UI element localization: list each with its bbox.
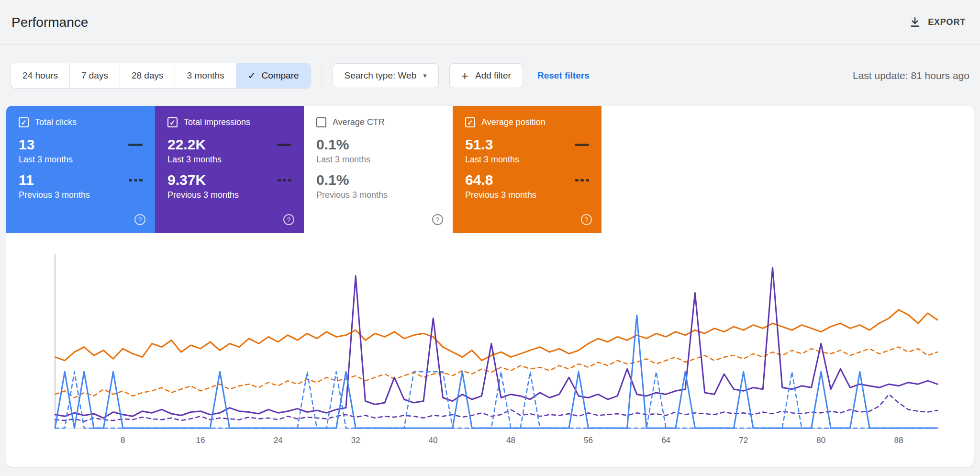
x-axis-tick-label: 48 [506,436,515,445]
metric-secondary-value: 9.37K [167,172,206,188]
date-range-3-months[interactable]: 3 months [175,63,235,88]
x-axis-tick-label: 16 [196,436,205,445]
dashed-line-icon [129,179,143,181]
x-axis-tick-label: 80 [816,436,825,445]
series-total-impressions-previous-3-months [55,394,937,421]
metric-card-average-position[interactable]: ✓ Average position 51.3 Last 3 months 64… [453,106,601,233]
compare-button[interactable]: ✓ Compare [236,63,311,88]
solid-line-icon [575,144,589,146]
reset-filters-link[interactable]: Reset filters [537,70,590,81]
search-type-dropdown[interactable]: Search type: Web ▾ [333,63,439,88]
checkbox-checked-icon[interactable]: ✓ [167,117,178,127]
metric-primary-caption: Last 3 months [19,155,143,165]
x-axis-tick-label: 40 [429,436,438,445]
help-icon[interactable]: ? [432,214,443,225]
metric-card-total-impressions[interactable]: ✓ Total impressions 22.2K Last 3 months … [155,106,304,233]
help-icon[interactable]: ? [134,214,145,225]
check-icon: ✓ [248,70,256,81]
checkmark-icon: ✓ [21,118,27,127]
x-axis-tick-label: 56 [584,436,593,445]
dashed-line-icon [575,179,589,181]
metric-secondary-caption: Previous 3 months [167,190,291,200]
compare-label: Compare [261,70,299,81]
page-title: Performance [11,15,88,30]
toolbar-divider [322,66,322,85]
series-total-clicks-previous-3-months [55,372,937,428]
date-range-7-days[interactable]: 7 days [69,63,120,88]
download-icon [909,16,921,29]
metric-secondary-value: 64.8 [465,172,493,188]
add-filter-button[interactable]: + Add filter [449,63,523,88]
series-total-impressions-last-3-months [55,268,937,418]
x-axis-tick-label: 32 [351,436,360,445]
metric-primary-value: 51.3 [465,136,493,153]
filter-toolbar: 24 hours 7 days 28 days 3 months ✓ Compa… [11,63,969,89]
metric-secondary-caption: Previous 3 months [316,190,440,200]
export-button[interactable]: EXPORT [906,16,969,29]
metric-secondary-caption: Previous 3 months [465,190,589,200]
export-label: EXPORT [928,17,966,27]
x-axis-tick-label: 64 [661,436,670,445]
checkbox-checked-icon[interactable]: ✓ [465,117,475,127]
series-average-position-last-3-months [55,310,937,361]
x-axis-tick-label: 24 [274,436,283,445]
help-icon[interactable]: ? [581,214,592,225]
dashed-line-icon [278,179,291,181]
x-axis-tick-label: 8 [121,436,125,445]
metric-card-label: Total impressions [184,117,250,127]
metric-card-average-ctr[interactable]: Average CTR 0.1% Last 3 months 0.1% Prev… [304,106,453,233]
solid-line-icon [128,144,143,146]
checkmark-icon: ✓ [169,118,176,127]
metric-primary-caption: Last 3 months [465,155,589,165]
metric-card-total-clicks[interactable]: ✓ Total clicks 13 Last 3 months 11 Previ… [6,106,155,233]
metric-secondary-value: 0.1% [316,172,349,188]
metric-primary-value: 13 [19,136,34,153]
page-header: Performance EXPORT [0,0,980,45]
metric-card-label: Average position [481,117,546,127]
plus-icon: + [461,69,468,82]
metric-secondary-value: 11 [19,172,34,188]
checkmark-icon: ✓ [467,118,473,127]
metric-card-label: Total clicks [35,117,77,127]
chart-area: 816243240485664728088 [6,249,974,451]
checkbox-checked-icon[interactable]: ✓ [19,117,29,127]
solid-line-icon [277,144,291,146]
performance-panel: ✓ Total clicks 13 Last 3 months 11 Previ… [6,106,974,467]
metric-secondary-caption: Previous 3 months [19,190,143,200]
metric-primary-value: 0.1% [316,136,349,153]
chevron-down-icon: ▾ [423,71,427,80]
date-range-28-days[interactable]: 28 days [120,63,175,88]
x-axis-tick-label: 88 [894,436,903,445]
metric-card-label: Average CTR [333,117,385,127]
checkbox-unchecked-icon[interactable] [316,117,326,127]
metric-primary-caption: Last 3 months [316,155,440,165]
x-axis-tick-label: 72 [739,436,748,445]
performance-chart[interactable]: 816243240485664728088 [10,249,970,451]
date-range-group: 24 hours 7 days 28 days 3 months ✓ Compa… [11,63,311,89]
add-filter-label: Add filter [475,70,511,81]
search-type-label: Search type: Web [345,70,417,81]
date-range-24-hours[interactable]: 24 hours [11,63,69,88]
help-icon[interactable]: ? [283,214,294,225]
last-update-text: Last update: 81 hours ago [853,70,969,81]
metric-cards-row: ✓ Total clicks 13 Last 3 months 11 Previ… [6,106,974,233]
metric-primary-value: 22.2K [167,136,206,153]
metric-primary-caption: Last 3 months [167,155,291,165]
